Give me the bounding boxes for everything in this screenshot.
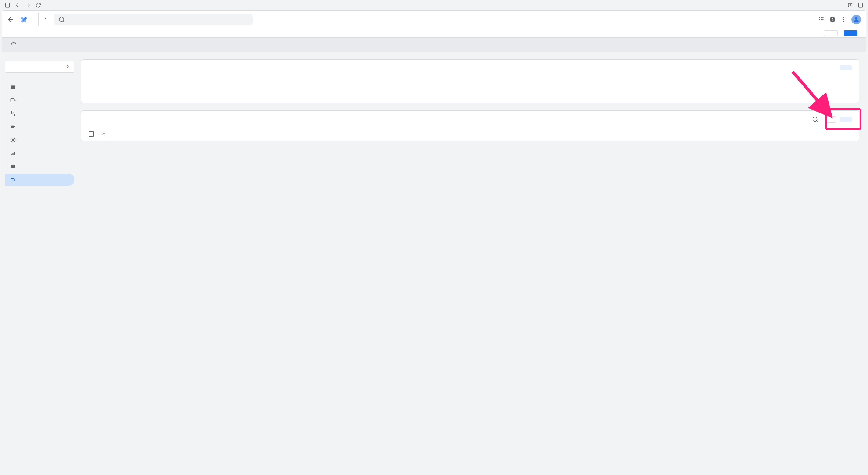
svg-rect-32 <box>14 152 15 155</box>
table-header <box>82 128 859 141</box>
svg-point-29 <box>12 139 14 141</box>
transformations-icon <box>10 110 16 116</box>
new-client-template-button[interactable] <box>840 65 852 70</box>
svg-rect-13 <box>819 18 820 19</box>
svg-rect-14 <box>821 18 822 19</box>
sidebar <box>2 52 78 193</box>
svg-rect-17 <box>821 19 822 20</box>
sidebar-item-tags[interactable] <box>5 121 74 133</box>
svg-point-11 <box>59 17 64 22</box>
column-name[interactable] <box>101 132 698 137</box>
svg-point-27 <box>14 114 15 115</box>
search-input[interactable] <box>54 14 253 25</box>
svg-point-23 <box>843 21 844 22</box>
search-icon <box>59 16 65 23</box>
user-avatar[interactable] <box>851 15 861 24</box>
svg-rect-30 <box>11 154 12 155</box>
main-content <box>78 52 866 193</box>
svg-rect-16 <box>819 19 820 20</box>
panel-icon[interactable] <box>858 2 863 8</box>
submit-button[interactable] <box>844 30 858 36</box>
help-icon[interactable]: ? <box>829 16 836 23</box>
variables-icon <box>10 150 16 156</box>
svg-point-24 <box>855 17 858 20</box>
empty-state-message <box>82 76 859 103</box>
container-selector[interactable]: › <box>43 15 49 24</box>
sidebar-item-triggers[interactable] <box>5 134 74 146</box>
svg-point-33 <box>813 117 817 122</box>
search-icon[interactable] <box>812 116 818 123</box>
svg-rect-18 <box>823 19 824 20</box>
sidebar-item-folders[interactable] <box>5 161 74 172</box>
sidebar-item-clients[interactable] <box>5 94 74 106</box>
update-notification <box>2 38 866 52</box>
new-tag-template-button[interactable] <box>840 117 852 122</box>
sidebar-toggle-icon[interactable] <box>5 2 10 8</box>
svg-text:?: ? <box>831 18 834 22</box>
client-templates-panel <box>81 59 859 103</box>
folders-icon <box>10 164 16 169</box>
browser-toolbar <box>0 0 868 10</box>
svg-rect-15 <box>823 18 824 19</box>
app-header: › ? <box>2 10 866 29</box>
svg-rect-5 <box>858 3 863 7</box>
tag-templates-panel <box>81 110 859 141</box>
svg-rect-0 <box>5 3 10 7</box>
sidebar-item-templates[interactable] <box>5 174 74 186</box>
more-menu-icon[interactable] <box>841 16 846 23</box>
templates-icon <box>10 177 16 183</box>
search-gallery-button[interactable] <box>825 116 836 123</box>
gtm-logo-icon <box>19 15 29 24</box>
svg-point-21 <box>843 18 844 19</box>
svg-line-12 <box>63 21 64 22</box>
refresh-icon[interactable] <box>10 42 17 48</box>
svg-rect-25 <box>11 98 14 102</box>
reload-icon[interactable] <box>36 2 41 8</box>
workspace-label <box>5 58 74 61</box>
workspace-selector[interactable] <box>5 61 74 72</box>
preview-button[interactable] <box>824 30 838 36</box>
svg-rect-31 <box>12 152 13 155</box>
dropdown-icon <box>45 20 49 24</box>
sidebar-item-transformations[interactable] <box>5 107 74 120</box>
sidebar-item-overview[interactable] <box>5 81 74 93</box>
main-tabs <box>2 29 866 38</box>
svg-point-26 <box>11 111 12 112</box>
select-all-checkbox[interactable] <box>89 131 94 137</box>
chevron-right-icon <box>66 64 70 69</box>
nav-forward-icon[interactable] <box>25 2 31 8</box>
svg-point-22 <box>843 19 844 20</box>
triggers-icon <box>10 137 16 143</box>
tags-icon <box>10 124 16 130</box>
overview-icon <box>10 84 16 90</box>
back-button[interactable] <box>7 16 14 23</box>
sidebar-item-variables[interactable] <box>5 147 74 159</box>
svg-line-34 <box>816 121 818 122</box>
clients-icon <box>10 97 16 103</box>
share-icon[interactable] <box>847 2 853 8</box>
nav-back-icon[interactable] <box>15 2 21 8</box>
breadcrumb: › <box>43 15 49 20</box>
apps-icon[interactable] <box>818 16 824 23</box>
